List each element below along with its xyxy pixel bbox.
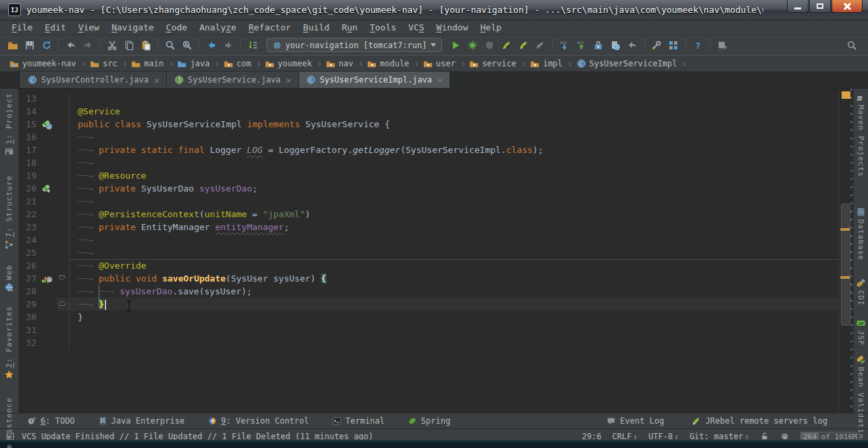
error-stripe-scrollbar[interactable] [838, 89, 853, 413]
editor-tab-SysUserServiceImpl.java[interactable]: CSysUserServiceImpl.java× [299, 72, 450, 88]
close-button[interactable] [831, 0, 863, 13]
rollback-button[interactable] [624, 37, 641, 53]
coverage-button[interactable] [481, 37, 498, 53]
tool-window-button-2-favorites[interactable]: 2: Favorites [4, 306, 14, 380]
maximize-button[interactable] [809, 0, 831, 13]
code-text[interactable]: ──→@Resource [69, 169, 838, 182]
menu-navigate[interactable]: Navigate [105, 22, 160, 33]
tool-window-button-web[interactable]: Web [4, 265, 14, 292]
tool-window-button-1-project[interactable]: 1: Project [4, 93, 14, 156]
breadcrumb-nav[interactable]: nav [326, 59, 354, 68]
debug-button[interactable] [464, 37, 481, 53]
tool-window-button-spring[interactable]: Spring [408, 416, 450, 426]
breadcrumb-com[interactable]: com [224, 59, 251, 68]
tool-window-button-cdi[interactable]: CDI [856, 278, 866, 306]
jrebel-sync-button[interactable] [714, 37, 731, 53]
jrebel-run-button[interactable]: JR [498, 37, 515, 53]
menu-edit[interactable]: Edit [39, 22, 72, 33]
tool-window-button-java-enterprise[interactable]: Java Enterprise [98, 416, 185, 426]
project-structure-button[interactable] [665, 37, 682, 53]
vcs-update-button[interactable]: VCS [556, 37, 573, 53]
paste-button[interactable] [137, 37, 154, 53]
menu-code[interactable]: Code [160, 22, 193, 33]
code-text[interactable]: } [69, 311, 838, 323]
breadcrumb-src[interactable]: src [90, 59, 118, 68]
code-text[interactable]: @Service [69, 105, 838, 118]
code-text[interactable] [69, 323, 838, 336]
editor-tab-SysUserService.java[interactable]: ISysUserService.java× [167, 72, 299, 88]
code-text[interactable]: ──→ [69, 233, 838, 246]
tool-window-button-7-structure[interactable]: 7: Structure [4, 175, 14, 249]
menu-help[interactable]: Help [475, 22, 508, 33]
forward-button[interactable] [220, 37, 237, 53]
minimize-button[interactable] [787, 0, 809, 13]
jrebel-debug-button[interactable]: JR [515, 37, 532, 53]
code-text[interactable]: ──→@PersistenceContext(unitName = "jpaXm… [69, 208, 838, 221]
title-bar[interactable]: IJ youmeek-nav - [C:\Users\zhangchaohuan… [0, 0, 868, 20]
menu-build[interactable]: Build [297, 22, 335, 33]
menu-tools[interactable]: Tools [364, 22, 402, 33]
menu-view[interactable]: View [72, 22, 105, 33]
code-text[interactable]: ──→ [69, 195, 838, 208]
code-text[interactable]: public class SysUserServiceImpl implemen… [69, 118, 838, 131]
code-editor[interactable]: 1314@Service15cpublic class SysUserServi… [19, 89, 838, 413]
code-text[interactable]: ──→──→sysUserDao.save(sysUser); [69, 285, 838, 298]
find-button[interactable] [162, 37, 178, 53]
tool-window-button-maven-projects[interactable]: mMaven Projects [856, 93, 866, 177]
tool-window-button-6-todo[interactable]: 6: TODO [27, 416, 75, 426]
vcs-integrate-button[interactable] [590, 37, 607, 53]
menu-file[interactable]: File [5, 22, 39, 33]
code-text[interactable]: ──→private static final Logger LOG = Log… [69, 143, 838, 156]
breadcrumb-main[interactable]: main [131, 59, 164, 68]
replace-button[interactable]: A [178, 37, 195, 53]
tool-window-button-terminal[interactable]: Terminal [332, 416, 385, 426]
vcs-commit-button[interactable]: VCS [573, 37, 590, 53]
code-text[interactable]: ──→public void saveOrUpdate(SysUser sysU… [69, 272, 838, 285]
copy-button[interactable] [120, 37, 137, 53]
code-text[interactable]: ──→} [69, 298, 838, 311]
cut-button[interactable] [103, 37, 120, 53]
close-tab-icon[interactable]: × [437, 75, 443, 85]
breadcrumb-user[interactable]: user [423, 59, 456, 68]
breadcrumb-impl[interactable]: impl [530, 59, 562, 68]
code-text[interactable] [69, 336, 838, 349]
tool-window-button-event-log[interactable]: Event Log [606, 416, 664, 426]
code-text[interactable]: ──→ [69, 131, 838, 143]
save-button[interactable] [21, 37, 38, 53]
run-button[interactable] [448, 37, 464, 53]
settings-button[interactable] [648, 37, 665, 53]
sort-lines-button[interactable] [244, 37, 261, 53]
profiler-button[interactable] [532, 37, 549, 53]
tool-window-button-jsf[interactable]: JSFJSF [856, 318, 866, 346]
fold-marker-end[interactable] [57, 298, 69, 311]
close-tab-icon[interactable]: × [286, 75, 291, 85]
redo-button[interactable] [79, 37, 96, 53]
menu-run[interactable]: Run [335, 22, 363, 33]
menu-window[interactable]: Window [431, 22, 475, 33]
menu-analyze[interactable]: Analyze [193, 22, 243, 33]
menu-vcs[interactable]: VCS [402, 22, 430, 33]
tool-window-button-jrebel-remote-servers-log[interactable]: JRebel remote servers log [691, 416, 827, 426]
g-spring-class-gutter-icon[interactable]: c [37, 119, 57, 130]
code-text[interactable]: ──→ [69, 246, 838, 259]
help-button[interactable]: ? [690, 37, 706, 53]
file-status-warning-marker[interactable] [842, 91, 850, 99]
breadcrumb-java[interactable]: java [177, 59, 210, 68]
g-spring-field-gutter-icon[interactable] [37, 183, 57, 194]
menu-refactor[interactable]: Refactor [243, 22, 297, 33]
breadcrumb-service[interactable]: service [469, 59, 516, 68]
search-everywhere-icon[interactable] [843, 37, 860, 53]
code-text[interactable]: ──→@Override [69, 259, 838, 272]
open-folder-button[interactable] [4, 37, 21, 53]
code-text[interactable]: ──→private EntityManager entityManager; [69, 221, 838, 233]
editor-tab-SysUserController.java[interactable]: CSysUserController.java× [20, 72, 167, 88]
code-text[interactable]: ──→ [69, 156, 838, 169]
close-tab-icon[interactable]: × [154, 75, 160, 85]
scrollbar-thumb[interactable] [841, 204, 850, 326]
fold-marker-start[interactable] [57, 272, 69, 285]
tool-window-button-9-version-control[interactable]: 9: Version Control [208, 416, 309, 426]
code-text[interactable] [69, 92, 838, 105]
breadcrumb-youmeek-nav[interactable]: youmeek-nav [9, 59, 76, 68]
show-history-button[interactable] [607, 37, 624, 53]
undo-button[interactable] [62, 37, 79, 53]
